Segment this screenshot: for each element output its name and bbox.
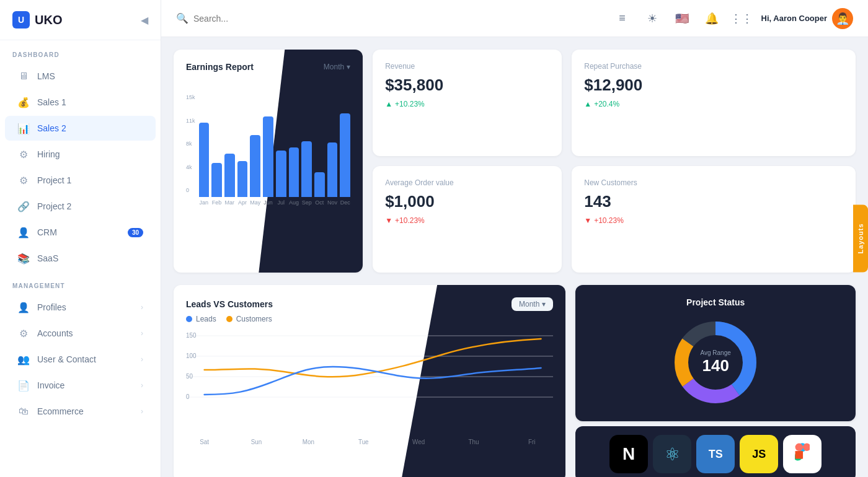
tech-ts-icon[interactable]: TS — [696, 435, 735, 473]
earnings-period-selector[interactable]: Month ▾ — [324, 63, 350, 71]
donut-avg-label: Avg Range — [701, 349, 731, 356]
leads-legend-item: Leads — [186, 315, 216, 323]
profiles-icon: 👤 — [17, 301, 30, 313]
chevron-down-icon: ▾ — [542, 300, 546, 309]
brand-logo: U UKO — [12, 11, 62, 28]
saas-icon: 📚 — [17, 252, 30, 265]
svg-text:Tue: Tue — [358, 439, 369, 445]
svg-text:Mon: Mon — [303, 439, 314, 445]
sidebar-item-project2[interactable]: 🔗 Project 2 — [5, 194, 156, 219]
new-customers-card: New Customers 143 ▼ +10.23% — [572, 166, 856, 273]
chevron-right-icon: › — [141, 407, 143, 416]
tech-next-icon[interactable]: N — [609, 435, 648, 473]
main-area: 🔍 ≡ ☀ 🇺🇸 🔔 ⋮⋮ Hi, Aaron Cooper 👨‍💼 — [161, 0, 868, 477]
arrow-up-icon: ▲ — [385, 100, 392, 108]
user-contact-icon: 👥 — [17, 353, 30, 365]
sidebar-item-sales1[interactable]: 💰 Sales 1 — [5, 90, 156, 115]
new-customers-label: New Customers — [584, 178, 843, 187]
bar-group-jun: Jun — [263, 116, 273, 206]
logo-icon: U — [12, 11, 30, 28]
sidebar-item-ecommerce[interactable]: 🛍 Ecommerce › — [5, 399, 156, 424]
tech-react-icon[interactable]: ⚛ — [653, 435, 691, 473]
tech-js-icon[interactable]: JS — [740, 435, 778, 473]
bar-group-mar: Mar — [224, 154, 235, 206]
user-profile[interactable]: Hi, Aaron Cooper 👨‍💼 — [761, 8, 853, 29]
repeat-purchase-label: Repeat Purchase — [584, 62, 843, 71]
bar-sep — [301, 141, 312, 197]
project-status-title: Project Status — [588, 297, 843, 307]
app-container: U UKO ◀ DASHBOARD 🖥 LMS 💰 Sales 1 📊 Sale… — [0, 0, 868, 477]
ecommerce-icon: 🛍 — [17, 405, 30, 418]
bottom-row: Leads VS Customers Month ▾ Leads — [161, 285, 868, 477]
bar-jul — [276, 151, 286, 197]
bar-group-may: May — [250, 135, 260, 206]
arrow-down-icon: ▼ — [584, 216, 591, 225]
leads-chart-title: Leads VS Customers — [186, 299, 273, 309]
revenue-change: ▲ +10.23% — [385, 100, 549, 108]
bar-group-nov: Nov — [327, 142, 338, 206]
leads-customers-card: Leads VS Customers Month ▾ Leads — [174, 285, 565, 477]
hiring-icon: ⚙ — [17, 148, 30, 160]
search-input[interactable] — [193, 14, 317, 24]
avg-order-value: $1,000 — [385, 192, 549, 211]
customers-legend-item: Customers — [226, 315, 272, 323]
bar-group-feb: Feb — [211, 163, 222, 206]
arrow-up-icon: ▲ — [584, 100, 591, 108]
avg-order-change: ▼ +10.23% — [385, 216, 549, 225]
svg-text:0: 0 — [186, 393, 190, 400]
sidebar-logo-section: U UKO ◀ — [0, 0, 161, 40]
project-status-card: Project Status A — [575, 285, 856, 421]
repeat-purchase-value: $12,900 — [584, 76, 843, 95]
flag-icon[interactable]: 🇺🇸 — [672, 9, 692, 28]
notification-icon[interactable]: 🔔 — [702, 9, 722, 28]
apps-icon[interactable]: ⋮⋮ — [732, 9, 751, 28]
bar-dec — [340, 113, 350, 197]
sidebar-item-profiles[interactable]: 👤 Profiles › — [5, 295, 156, 320]
lms-icon: 🖥 — [17, 70, 30, 82]
svg-text:Sun: Sun — [251, 439, 262, 445]
bar-jan — [199, 123, 210, 197]
search-box: 🔍 — [176, 12, 362, 24]
crm-icon: 👤 — [17, 226, 30, 239]
svg-text:50: 50 — [186, 373, 193, 380]
sidebar-item-accounts[interactable]: ⚙ Accounts › — [5, 321, 156, 346]
sidebar-item-invoice[interactable]: 📄 Invoice › — [5, 373, 156, 398]
bar-apr — [237, 161, 248, 197]
sidebar-item-lms[interactable]: 🖥 LMS — [5, 64, 156, 89]
bar-jun — [263, 116, 273, 197]
revenue-value: $35,800 — [385, 76, 549, 95]
svg-text:100: 100 — [186, 352, 197, 359]
sidebar-collapse-button[interactable]: ◀ — [141, 14, 148, 26]
bar-aug — [289, 147, 299, 197]
new-customers-change: ▼ +10.23% — [584, 216, 843, 225]
sidebar-item-hiring[interactable]: ⚙ Hiring — [5, 142, 156, 167]
menu-icon[interactable]: ≡ — [613, 9, 632, 28]
sidebar-item-user-contact[interactable]: 👥 User & Contact › — [5, 347, 156, 372]
layouts-button[interactable]: Layouts — [853, 204, 868, 272]
donut-chart: Avg Range 140 — [669, 316, 762, 409]
search-icon: 🔍 — [176, 12, 188, 24]
bar-oct — [314, 172, 325, 197]
sidebar-item-saas[interactable]: 📚 SaaS — [5, 246, 156, 271]
sidebar-item-project1[interactable]: ⚙ Project 1 — [5, 168, 156, 193]
revenue-card: Revenue $35,800 ▲ +10.23% — [373, 50, 562, 156]
leads-period-button[interactable]: Month ▾ — [512, 297, 553, 311]
theme-toggle-icon[interactable]: ☀ — [642, 9, 662, 28]
sidebar-item-sales2[interactable]: 📊 Sales 2 — [5, 116, 156, 141]
bar-feb — [211, 163, 222, 197]
bar-group-aug: Aug — [289, 147, 299, 206]
new-customers-value: 143 — [584, 192, 843, 211]
leads-legend-dot — [186, 316, 192, 322]
bar-mar — [224, 154, 235, 197]
tech-figma-icon[interactable] — [783, 435, 822, 473]
avg-order-card: Average Order value $1,000 ▼ +10.23% — [373, 166, 562, 273]
sidebar-item-crm[interactable]: 👤 CRM 30 — [5, 220, 156, 245]
project2-icon: 🔗 — [17, 200, 30, 212]
svg-text:Wed: Wed — [412, 439, 425, 445]
svg-text:Thu: Thu — [468, 439, 479, 445]
customers-legend-dot — [226, 316, 232, 322]
chevron-right-icon: › — [141, 381, 143, 390]
layouts-sidebar: Layouts — [853, 204, 868, 272]
avg-order-label: Average Order value — [385, 178, 549, 187]
y-axis: 15k 11k 8k 4k 0 — [186, 94, 195, 206]
